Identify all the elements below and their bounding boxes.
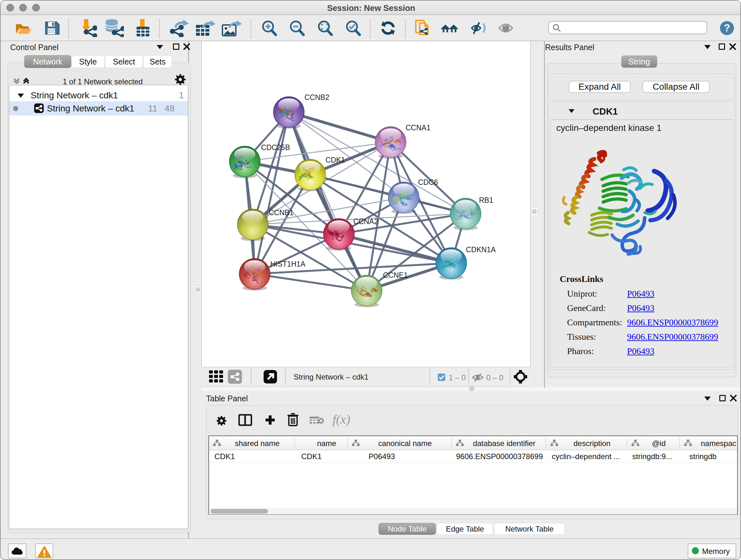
svg-text:CDK1: CDK1 <box>326 156 345 164</box>
svg-text:CCNB2: CCNB2 <box>305 93 329 102</box>
svg-text:CDC25B: CDC25B <box>261 143 290 152</box>
svg-text:CCNA2: CCNA2 <box>353 217 378 226</box>
svg-text:RB1: RB1 <box>479 196 493 204</box>
svg-text:CCNE1: CCNE1 <box>383 271 408 279</box>
svg-text:CDKN1A: CDKN1A <box>466 246 496 254</box>
svg-text:CCNA1: CCNA1 <box>406 124 430 132</box>
svg-text:CDC6: CDC6 <box>418 178 438 186</box>
svg-text:HIST1H1A: HIST1H1A <box>270 260 306 268</box>
svg-text:CCNB1: CCNB1 <box>269 208 293 217</box>
svg-text:?: ? <box>724 22 730 34</box>
